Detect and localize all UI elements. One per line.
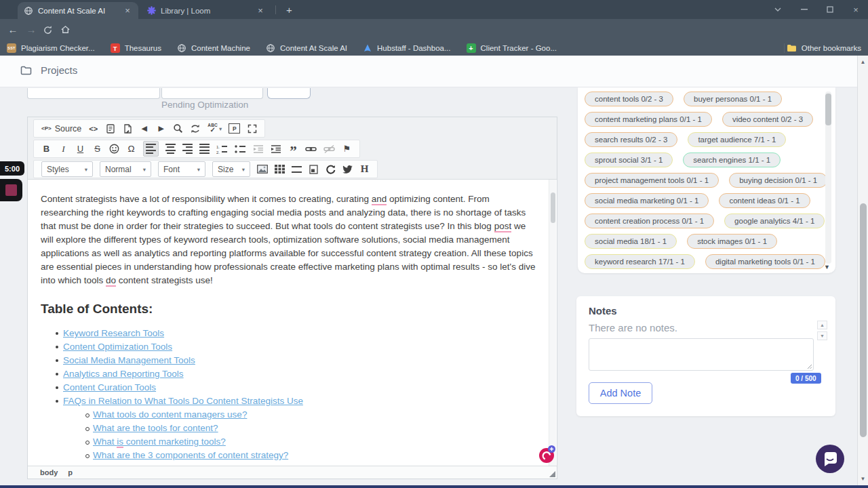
page-scrollbar[interactable]: ▲ ▼	[857, 56, 868, 485]
forward-icon[interactable]: →	[25, 24, 37, 36]
keyword-tag[interactable]: social media 18/1 - 1	[585, 234, 677, 249]
keyword-tag[interactable]: search results 0/2 - 3	[585, 132, 677, 147]
page-scrollbar-thumb[interactable]	[860, 203, 867, 437]
scroll-down-arrow-icon[interactable]: ▼	[858, 476, 868, 482]
action-button-cropped[interactable]	[267, 88, 311, 99]
window-close-icon[interactable]: ×	[850, 4, 861, 15]
image-icon[interactable]	[257, 162, 268, 176]
toc-link[interactable]: What are the 3 components of content str…	[93, 450, 288, 460]
keyword-tag[interactable]: buying decision 0/1 - 1	[729, 173, 827, 188]
keyword-tag[interactable]: video content 0/2 - 3	[722, 112, 813, 127]
align-center-icon[interactable]	[165, 142, 176, 156]
keyword-tag[interactable]: target audience 7/1 - 1	[688, 132, 786, 147]
tags-scrollbar-thumb[interactable]	[825, 94, 831, 125]
bookmark-item[interactable]: TThesaurus	[111, 43, 161, 53]
extension-assistant-bubble[interactable]	[538, 445, 556, 464]
keyword-tag[interactable]: sprout social 3/1 - 1	[585, 152, 673, 167]
new-tab-button[interactable]: +	[283, 3, 296, 16]
back-icon[interactable]: ←	[7, 24, 19, 36]
find-icon[interactable]	[173, 121, 183, 136]
scroll-up-icon[interactable]: ▲	[817, 321, 827, 329]
toc-link[interactable]: Keyword Research Tools	[63, 328, 164, 338]
blockquote-icon[interactable]: ”	[288, 142, 298, 156]
toc-link[interactable]: What is content marketing tools?	[93, 436, 226, 448]
source-button[interactable]: <P>Source	[41, 121, 81, 136]
redo-c-icon[interactable]	[326, 162, 336, 176]
keyword-tag[interactable]: content creation process 0/1 - 1	[585, 214, 714, 228]
scroll-down-icon[interactable]: ▼	[817, 331, 827, 340]
bulleted-list-icon[interactable]	[235, 142, 246, 156]
twitter-icon[interactable]	[342, 162, 353, 176]
underline-icon[interactable]: U	[75, 142, 85, 156]
unlink-icon[interactable]	[323, 142, 335, 156]
font-dropdown[interactable]: Font▾	[158, 161, 205, 177]
toc-link[interactable]: Content Optimization Tools	[63, 342, 172, 352]
keyword-tag[interactable]: digital marketing tools 0/1 - 1	[705, 254, 825, 269]
size-dropdown[interactable]: Size▾	[212, 161, 250, 177]
keyword-tag[interactable]: stock images 0/1 - 1	[687, 234, 777, 249]
stop-recording-button[interactable]	[0, 179, 22, 201]
tab-close-icon[interactable]: ×	[256, 6, 265, 15]
smiley-icon[interactable]	[109, 142, 119, 156]
tab-loom-library[interactable]: Library | Loom ×	[141, 2, 271, 19]
flag-icon[interactable]: ⚑	[342, 142, 352, 156]
italic-icon[interactable]: I	[58, 142, 68, 156]
bookmark-item[interactable]: +Client Tracker - Goo...	[467, 43, 557, 53]
toc-link[interactable]: FAQs in Relation to What Tools Do Conten…	[63, 396, 303, 406]
tab-close-icon[interactable]: ×	[123, 6, 132, 15]
align-right-icon[interactable]	[182, 142, 193, 156]
inline-code-icon[interactable]: <>	[88, 121, 98, 136]
outdent-icon[interactable]	[253, 142, 264, 156]
link-icon[interactable]	[305, 142, 317, 156]
status-field-cropped[interactable]	[161, 88, 263, 99]
spellcheck-icon[interactable]: ABC✓▾	[208, 121, 222, 136]
tab-content-at-scale[interactable]: Content At Scale AI ×	[18, 2, 138, 19]
align-justify-icon[interactable]	[199, 142, 210, 156]
keyword-tag[interactable]: google analytics 4/1 - 1	[724, 214, 825, 228]
window-minimize-icon[interactable]	[799, 4, 810, 15]
paste-text-icon[interactable]: P	[229, 121, 240, 136]
window-maximize-icon[interactable]	[825, 4, 835, 15]
bookmark-item[interactable]: Hubstaff - Dashboa...	[363, 43, 450, 53]
save-template-icon[interactable]	[105, 121, 115, 136]
toc-link[interactable]: Content Curation Tools	[63, 382, 156, 392]
align-left-icon[interactable]	[143, 141, 159, 157]
forward-icon[interactable]: ▶	[156, 121, 166, 136]
element-path-body[interactable]: body	[40, 468, 58, 476]
resize-grip-icon[interactable]	[549, 471, 555, 477]
new-page-icon[interactable]	[122, 121, 132, 136]
indent-icon[interactable]	[271, 142, 281, 156]
keyword-tag[interactable]: content marketing plans 0/1 - 1	[585, 112, 712, 127]
add-note-button[interactable]: Add Note	[589, 382, 652, 404]
table-icon[interactable]	[275, 162, 285, 176]
window-chevron-icon[interactable]	[772, 4, 783, 15]
editor-scrollbar-thumb[interactable]	[551, 192, 555, 223]
keyword-tag[interactable]: search engines 1/1 - 1	[683, 152, 781, 167]
heading-icon[interactable]: H	[359, 162, 370, 176]
scroll-up-arrow-icon[interactable]: ▲	[858, 59, 868, 65]
bold-icon[interactable]: B	[41, 142, 52, 156]
editor-scrollbar[interactable]	[549, 180, 556, 466]
horizontal-rule-icon[interactable]	[292, 162, 302, 176]
other-bookmarks-button[interactable]: Other bookmarks	[787, 41, 861, 56]
title-field-cropped[interactable]	[27, 88, 160, 99]
note-input[interactable]	[589, 338, 814, 371]
keyword-tag[interactable]: content tools 0/2 - 3	[585, 92, 673, 106]
numbered-list-icon[interactable]: 1.2.	[216, 142, 228, 156]
toc-link[interactable]: Social Media Management Tools	[63, 355, 195, 365]
keyword-tag[interactable]: social media marketing 0/1 - 1	[585, 193, 709, 208]
bookmark-item[interactable]: Content Machine	[177, 43, 250, 53]
reload-icon[interactable]	[43, 24, 55, 36]
strikethrough-icon[interactable]: S	[92, 142, 102, 156]
keyword-tag[interactable]: keyword research 17/1 - 1	[585, 254, 695, 269]
notes-list-scroll[interactable]: ▲▼	[817, 321, 827, 340]
styles-dropdown[interactable]: Styles▾	[41, 161, 93, 177]
keyword-tag[interactable]: buyer personas 0/1 - 1	[684, 92, 782, 106]
bookmark-item[interactable]: Content At Scale AI	[266, 43, 347, 53]
bookmark-item[interactable]: SSTPlagiarism Checker...	[7, 43, 95, 53]
tags-scrollbar[interactable]	[825, 92, 831, 264]
home-icon[interactable]	[60, 24, 73, 36]
page-template-icon[interactable]	[309, 162, 319, 176]
tags-scroll-down-icon[interactable]: ▼	[824, 264, 830, 270]
editor-content[interactable]: Content strategists have a lot of respon…	[28, 180, 557, 466]
